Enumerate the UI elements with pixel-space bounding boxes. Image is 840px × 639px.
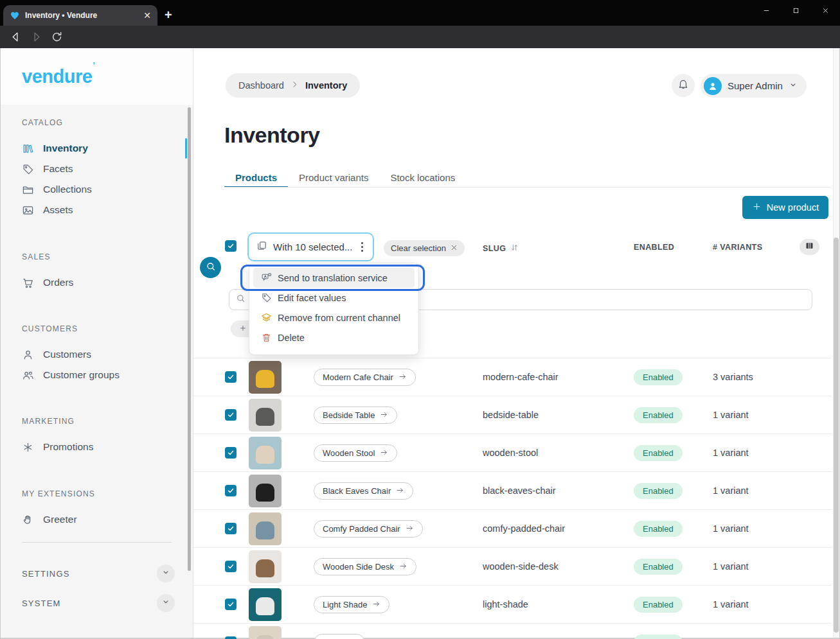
sidebar-item-label: Customers: [43, 349, 91, 360]
product-name: Wooden Side Desk: [323, 562, 394, 572]
product-name-link[interactable]: Bedside Table: [314, 407, 397, 424]
table-row: Modern Cafe Chairmodern-cafe-chairEnable…: [193, 358, 832, 396]
menu-item-label: Delete: [278, 333, 305, 343]
kebab-menu-icon[interactable]: [359, 242, 365, 252]
sidebar-item-customer-groups[interactable]: Customer groups: [1, 365, 193, 385]
hand-icon: [22, 514, 34, 526]
arrow-right-icon: [398, 372, 407, 383]
column-header-enabled[interactable]: ENABLED: [634, 243, 674, 252]
expand-section-button[interactable]: [157, 565, 175, 582]
sidebar-item-greeter[interactable]: Greeter: [1, 509, 193, 530]
product-name-link[interactable]: Wooden Stool: [314, 444, 397, 462]
tag-icon: [22, 163, 34, 175]
sidebar-item-inventory[interactable]: Inventory: [1, 138, 193, 159]
menu-item-delete[interactable]: Delete: [253, 328, 415, 347]
breadcrumb-dashboard[interactable]: Dashboard: [238, 80, 284, 91]
sidebar-item-orders[interactable]: Orders: [1, 272, 193, 293]
forward-icon[interactable]: [30, 31, 42, 43]
tab-product-variants[interactable]: Product variants: [288, 168, 379, 187]
page-title: Inventory: [224, 123, 320, 148]
row-checkbox[interactable]: [225, 599, 237, 610]
sidebar-item-promotions[interactable]: Promotions: [1, 437, 193, 457]
main-scrollbar-thumb[interactable]: [834, 238, 839, 633]
row-checkbox[interactable]: [225, 371, 237, 383]
variant-count: 1 variant: [713, 448, 749, 458]
product-name-link[interactable]: Light Shade: [314, 596, 389, 613]
row-checkbox[interactable]: [225, 636, 237, 639]
sidebar: vendure’ CATALOGInventoryFacetsCollectio…: [1, 48, 193, 638]
table-row: Wooden Stoolwooden-stoolEnabled1 variant: [193, 433, 832, 471]
sidebar-item-label: Collections: [43, 184, 92, 195]
sidebar-section-items: Promotions: [1, 437, 193, 457]
sidebar-section-header: CUSTOMERS: [22, 324, 193, 335]
select-all-checkbox[interactable]: [225, 240, 237, 252]
row-checkbox[interactable]: [225, 561, 237, 572]
back-icon[interactable]: [10, 31, 22, 43]
sort-icon[interactable]: [510, 243, 519, 254]
translate-icon: [261, 272, 272, 283]
sidebar-item-customers[interactable]: Customers: [1, 344, 193, 365]
tab-products[interactable]: Products: [224, 168, 288, 187]
reload-icon[interactable]: [51, 31, 63, 43]
breadcrumb[interactable]: Dashboard Inventory: [226, 73, 360, 98]
main-scrollbar-track[interactable]: [833, 48, 839, 638]
product-slug: wooden-stool: [483, 448, 538, 458]
column-settings-button[interactable]: [800, 239, 819, 255]
menu-item-remove-from-current-channel[interactable]: Remove from current channel: [253, 308, 415, 328]
product-thumbnail-shape: [256, 370, 274, 388]
window-maximize-icon[interactable]: [781, 0, 810, 21]
sidebar-item-collections[interactable]: Collections: [1, 179, 193, 200]
table-row: Light Shadelight-shadeEnabled1 variant: [193, 585, 832, 623]
menu-item-edit-facet-values[interactable]: Edit facet values: [253, 288, 415, 308]
table-row: Wooden Side Deskwooden-side-deskEnabled1…: [193, 547, 832, 585]
product-name-link[interactable]: [314, 634, 365, 639]
tab-close-icon[interactable]: ✕: [143, 11, 151, 20]
menu-item-send-to-translation-service[interactable]: Send to translation service: [253, 268, 415, 288]
window-minimize-icon[interactable]: [751, 0, 781, 21]
product-name: Bedside Table: [323, 410, 375, 420]
variant-count: 3 variants: [713, 372, 753, 382]
bulk-actions-button[interactable]: With 10 selected...: [247, 232, 374, 261]
new-tab-button[interactable]: +: [165, 8, 172, 22]
product-thumbnail: [249, 399, 281, 432]
variant-count: 1 variant: [713, 561, 749, 572]
sidebar-item-label: Greeter: [43, 514, 77, 525]
window-close-icon[interactable]: [810, 0, 840, 21]
user-icon: [22, 349, 34, 361]
product-name-link[interactable]: Comfy Padded Chair: [314, 520, 423, 538]
sidebar-scrollbar[interactable]: [188, 107, 191, 571]
product-name-link[interactable]: Wooden Side Desk: [314, 558, 416, 575]
sidebar-item-facets[interactable]: Facets: [1, 159, 193, 179]
clear-selection-button[interactable]: Clear selection: [384, 240, 465, 256]
bulk-actions-menu: Send to translation serviceEdit facet va…: [249, 263, 419, 355]
search-toggle-button[interactable]: [200, 257, 221, 278]
cart-icon: [22, 277, 34, 289]
sidebar-item-assets[interactable]: Assets: [1, 200, 193, 220]
browser-window: Inventory • Vendure ✕ + localhost :3000/…: [0, 0, 840, 639]
column-header-slug[interactable]: SLUG: [483, 243, 519, 254]
expand-section-button[interactable]: [157, 594, 175, 612]
sidebar-section-header: MARKETING: [22, 417, 193, 427]
menu-item-label: Remove from current channel: [278, 313, 400, 323]
status-badge: Enabled: [634, 597, 683, 613]
product-name-link[interactable]: Modern Cafe Chair: [314, 369, 416, 386]
notifications-button[interactable]: [672, 74, 695, 97]
row-checkbox[interactable]: [225, 409, 237, 421]
sidebar-section-items: InventoryFacetsCollectionsAssets: [1, 138, 193, 220]
columns-icon: [805, 241, 814, 253]
arrow-right-icon: [396, 486, 404, 496]
product-thumbnail: [249, 475, 281, 507]
library-icon: [22, 143, 34, 155]
browser-tab[interactable]: Inventory • Vendure ✕: [3, 5, 157, 26]
row-checkbox[interactable]: [225, 485, 237, 496]
product-slug: light-shade: [483, 599, 528, 609]
row-checkbox[interactable]: [225, 523, 237, 534]
product-name-link[interactable]: Black Eaves Chair: [314, 482, 413, 500]
new-product-button[interactable]: New product: [742, 196, 828, 219]
sidebar-collapsed-settings[interactable]: SETTINGS: [22, 563, 175, 584]
row-checkbox[interactable]: [225, 447, 237, 459]
column-header-variants[interactable]: # VARIANTS: [713, 243, 762, 252]
user-menu[interactable]: Super Admin: [701, 74, 807, 98]
tab-stock-locations[interactable]: Stock locations: [379, 168, 466, 187]
sidebar-collapsed-system[interactable]: SYSTEM: [22, 593, 175, 613]
